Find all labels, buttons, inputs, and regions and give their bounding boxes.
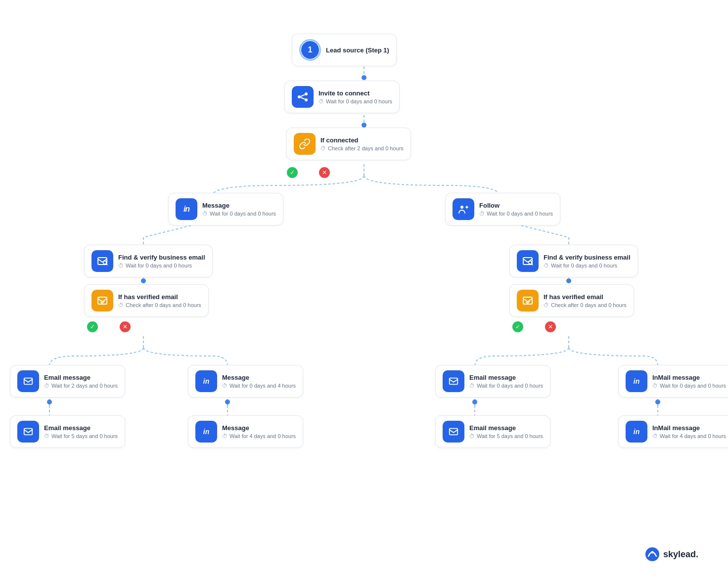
clock-icon-email-right-yes: ⏱ (469, 383, 475, 389)
inmail-right-no-2-icon: in (626, 421, 647, 443)
message-left-no-subtitle: ⏱ Wait for 0 days and 4 hours (222, 383, 296, 389)
svg-point-26 (460, 206, 463, 209)
email-right-yes-title: Email message (469, 374, 543, 381)
inmail-right-no-icon: in (626, 370, 647, 392)
if-verified-left-subtitle: ⏱ Check after 0 days and 0 hours (118, 302, 201, 308)
inmail-right-no-node: in InMail message ⏱ Wait for 0 days and … (618, 365, 728, 398)
email-left-yes-subtitle: ⏱ Wait for 2 days and 0 hours (44, 383, 118, 389)
clock-icon-inmail-right-no: ⏱ (652, 383, 658, 389)
follow-right-title: Follow (479, 202, 553, 209)
if-verified-right-subtitle: ⏱ Check after 0 days and 0 hours (544, 302, 627, 308)
clock-icon-follow: ⏱ (479, 211, 485, 217)
svg-point-42 (651, 551, 653, 554)
svg-point-41 (645, 547, 659, 561)
email-left-yes-2-icon (17, 421, 39, 443)
email-right-yes-node: Email message ⏱ Wait for 0 days and 0 ho… (435, 365, 550, 398)
clock-icon-if-connected: ⏱ (320, 145, 326, 151)
email-left-yes-2-title: Email message (44, 424, 118, 432)
follow-right-node: Follow ⏱ Wait for 0 days and 0 hours (445, 193, 560, 225)
find-email-right-subtitle: ⏱ Wait for 0 days and 0 hours (544, 263, 631, 268)
email-left-yes-title: Email message (44, 374, 118, 381)
email-right-yes-icon (443, 370, 464, 392)
if-connected-title: If connected (320, 136, 404, 144)
invite-title: Invite to connect (318, 89, 392, 97)
connector-dot-inmail-right-no (655, 399, 660, 404)
branch-yes-verified-left: ✓ (87, 321, 98, 332)
email-right-yes-2-title: Email message (469, 424, 543, 432)
svg-point-22 (305, 92, 308, 95)
follow-right-subtitle: ⏱ Wait for 0 days and 0 hours (479, 211, 553, 217)
svg-point-23 (305, 98, 308, 101)
inmail-right-no-title: InMail message (652, 374, 726, 381)
logo-text: skylead. (663, 549, 698, 560)
inmail-right-no-2-node: in InMail message ⏱ Wait for 4 days and … (618, 415, 728, 448)
connector-dot-email-right-yes (472, 399, 477, 404)
email-right-yes-2-icon (443, 421, 464, 443)
if-verified-right-node: If has verified email ⏱ Check after 0 da… (509, 284, 634, 317)
email-right-yes-2-node: Email message ⏱ Wait for 5 days and 0 ho… (435, 415, 550, 448)
message-left-no-node: in Message ⏱ Wait for 0 days and 4 hours (188, 365, 303, 398)
email-left-yes-2-node: Email message ⏱ Wait for 5 days and 0 ho… (10, 415, 125, 448)
clock-icon-invite: ⏱ (318, 98, 324, 104)
connector-dot-1 (362, 75, 366, 80)
clock-icon-msg-left-no: ⏱ (222, 383, 228, 389)
clock-icon-find-left: ⏱ (118, 263, 124, 268)
clock-icon-inmail-right-no-2: ⏱ (652, 433, 658, 439)
if-verified-left-icon (91, 290, 113, 311)
lead-source-title: Lead source (Step 1) (326, 46, 389, 54)
if-connected-subtitle: ⏱ Check after 2 days and 0 hours (320, 145, 404, 151)
follow-right-icon (453, 198, 474, 220)
connector-dot-msg-left-no (225, 399, 230, 404)
lead-source-icon: 1 (299, 39, 321, 61)
if-verified-left-title: If has verified email (118, 293, 201, 301)
if-verified-right-icon (517, 290, 539, 311)
clock-icon-verified-right: ⏱ (544, 302, 549, 308)
branch-no-verified-right: ✕ (545, 321, 556, 332)
clock-icon-find-right: ⏱ (544, 263, 549, 268)
lead-source-node: 1 Lead source (Step 1) (292, 34, 397, 66)
branch-yes-if-connected: ✓ (287, 167, 298, 178)
message-left-no-2-subtitle: ⏱ Wait for 4 days and 0 hours (222, 433, 296, 439)
svg-rect-37 (24, 378, 33, 385)
invite-subtitle: ⏱ Wait for 0 days and 0 hours (318, 98, 392, 104)
find-email-right-icon (517, 250, 539, 272)
connector-dot-email-left-yes (47, 399, 52, 404)
clock-icon-email-left-yes: ⏱ (44, 383, 49, 389)
message-left-icon: in (176, 198, 197, 220)
email-left-yes-icon (17, 370, 39, 392)
find-email-left-title: Find & verify business email (118, 254, 205, 261)
inmail-right-no-2-subtitle: ⏱ Wait for 4 days and 0 hours (652, 433, 726, 439)
find-email-left-icon (91, 250, 113, 272)
connector-dot-find-left (141, 278, 146, 283)
branch-no-verified-left: ✕ (120, 321, 131, 332)
if-verified-left-node: If has verified email ⏱ Check after 0 da… (84, 284, 209, 317)
email-right-yes-2-subtitle: ⏱ Wait for 5 days and 0 hours (469, 433, 543, 439)
connector-dot-2 (362, 123, 366, 128)
message-left-title: Message (202, 202, 276, 209)
branch-yes-verified-right: ✓ (512, 321, 523, 332)
if-connected-node: If connected ⏱ Check after 2 days and 0 … (286, 128, 411, 160)
message-left-no-2-title: Message (222, 424, 296, 432)
inmail-right-no-subtitle: ⏱ Wait for 0 days and 0 hours (652, 383, 726, 389)
find-email-right-title: Find & verify business email (544, 254, 631, 261)
svg-rect-38 (450, 378, 458, 385)
email-right-yes-subtitle: ⏱ Wait for 0 days and 0 hours (469, 383, 543, 389)
find-email-left-subtitle: ⏱ Wait for 0 days and 0 hours (118, 263, 205, 268)
find-email-right-node: Find & verify business email ⏱ Wait for … (509, 245, 638, 277)
if-connected-icon (294, 133, 316, 155)
message-left-no-icon: in (195, 370, 217, 392)
clock-icon-email-right-yes-2: ⏱ (469, 433, 475, 439)
branch-no-if-connected: ✕ (319, 167, 330, 178)
svg-line-25 (301, 97, 305, 99)
message-left-no-title: Message (222, 374, 296, 381)
email-left-yes-node: Email message ⏱ Wait for 2 days and 0 ho… (10, 365, 125, 398)
invite-node: Invite to connect ⏱ Wait for 0 days and … (284, 81, 400, 113)
message-left-no-2-node: in Message ⏱ Wait for 4 days and 0 hours (188, 415, 303, 448)
email-left-yes-2-subtitle: ⏱ Wait for 5 days and 0 hours (44, 433, 118, 439)
message-left-no-2-icon: in (195, 421, 217, 443)
connector-dot-find-right (566, 278, 571, 283)
svg-rect-40 (450, 429, 458, 435)
clock-icon-verified-left: ⏱ (118, 302, 124, 308)
inmail-right-no-2-title: InMail message (652, 424, 726, 432)
skylead-logo: skylead. (644, 546, 698, 562)
